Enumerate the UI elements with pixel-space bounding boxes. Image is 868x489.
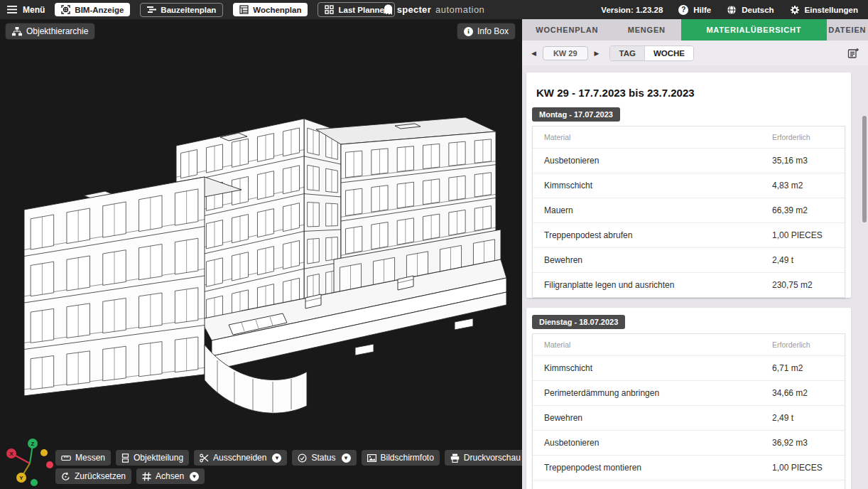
table-row: Mauern66,39 m2 <box>533 198 845 222</box>
cell-material: Kimmschicht <box>544 363 772 373</box>
cell-material: Perimeterdämmung anbringen <box>544 388 772 398</box>
material-table: MaterialErforderlichKimmschicht6,71 m2Pe… <box>532 333 845 489</box>
messen-label: Messen <box>75 453 105 463</box>
table-row: Ausbetonieren36,92 m3 <box>533 430 845 455</box>
menu-label: Menü <box>23 5 45 15</box>
top-bar: Menü BIM-Anzeige Bauzeitenplan <box>0 0 868 19</box>
svg-text:Y: Y <box>19 475 23 481</box>
header-required: Erforderlich <box>772 133 833 141</box>
svg-text:X: X <box>9 451 13 457</box>
menu-button[interactable]: Menü <box>7 5 45 15</box>
nav-label: Last Planner <box>338 6 387 14</box>
toggle-woche[interactable]: WOCHE <box>645 46 693 60</box>
nav-bauzeitenplan[interactable]: Bauzeitenplan <box>140 3 223 17</box>
druckvorschau-button[interactable]: Druckvorschau ▼ <box>445 450 522 466</box>
next-week-arrow[interactable]: ▶ <box>595 50 600 57</box>
table-header-row: MaterialErforderlich <box>533 334 845 355</box>
table-row: Kimmschicht6,71 m2 <box>533 355 845 380</box>
help-label: Hilfe <box>693 6 711 14</box>
header-material: Material <box>544 340 772 349</box>
gantt-icon <box>147 6 156 14</box>
day-badge: Montag - 17.07.2023 <box>532 107 620 122</box>
settings-button[interactable]: Einstellungen <box>790 5 858 15</box>
ausschneiden-label: Ausschneiden <box>213 453 266 463</box>
nav-bim-anzeige[interactable]: BIM-Anzeige <box>55 3 130 16</box>
achsen-label: Achsen <box>156 471 184 481</box>
zuruecksetzen-label: Zurücksetzen <box>75 471 126 481</box>
cell-material: Bewehren <box>544 255 772 265</box>
status-button[interactable]: Status ▼ <box>292 450 356 466</box>
globe-icon <box>727 5 737 15</box>
reset-rotate-icon <box>61 472 70 481</box>
cell-material: Filigranplatte legen und ausrichten <box>544 280 772 290</box>
svg-text:Z: Z <box>31 441 35 447</box>
prev-week-arrow[interactable]: ◀ <box>531 50 536 57</box>
object-hierarchy-button[interactable]: Objekthierarchie <box>6 23 94 39</box>
messen-button[interactable]: Messen <box>55 450 111 466</box>
cell-required: 2,49 t <box>772 413 833 423</box>
grid-squares-icon <box>325 5 334 14</box>
cell-material: Ausbetonieren <box>544 438 772 448</box>
cell-required: 35,16 m3 <box>772 156 833 166</box>
tab-dateien[interactable]: DATEIEN <box>827 19 868 41</box>
viewer-toolbar-row2: Zurücksetzen Achsen ▼ <box>55 468 205 484</box>
objektteilung-button[interactable]: Objektteilung <box>116 450 189 466</box>
screenshot-icon <box>367 454 376 462</box>
building-model <box>0 19 522 489</box>
tab-materialuebersicht[interactable]: MATERIALÜBERSICHT <box>681 19 827 41</box>
tab-wochenplan[interactable]: WOCHENPLAN <box>522 19 612 41</box>
cell-required: 1,00 PIECES <box>772 230 833 240</box>
table-header-row: MaterialErforderlich <box>533 127 845 148</box>
cell-material: Treppenpodest abrufen <box>544 230 772 240</box>
cell-required: 230,75 m2 <box>772 280 833 290</box>
achsen-button[interactable]: Achsen ▼ <box>136 468 205 484</box>
info-box-button[interactable]: i Info Box <box>457 23 515 39</box>
toggle-tag[interactable]: TAG <box>610 46 644 60</box>
help-button[interactable]: ? Hilfe <box>678 5 711 15</box>
nav-label: Bauzeitenplan <box>161 6 216 14</box>
table-row: Tronsolenlager und Dämmung einbauen0,47 … <box>533 480 845 489</box>
table-row: Bewehren2,49 t <box>533 405 845 430</box>
cell-required: 6,71 m2 <box>772 363 833 373</box>
ausschneiden-button[interactable]: Ausschneiden ▼ <box>194 450 287 466</box>
material-table: MaterialErforderlichAusbetonieren35,16 m… <box>532 126 845 298</box>
language-button[interactable]: Deutsch <box>727 5 774 15</box>
bildschirmfoto-button[interactable]: Bildschirmfoto <box>362 450 440 466</box>
panel-tabs: WOCHENPLAN MENGEN MATERIALÜBERSICHT DATE… <box>522 19 868 41</box>
cell-required: 34,66 m2 <box>772 388 833 398</box>
cell-required: 36,92 m3 <box>772 438 833 448</box>
achsen-dropdown-icon[interactable]: ▼ <box>190 472 199 481</box>
status-dropdown-icon[interactable]: ▼ <box>342 453 351 463</box>
objektteilung-label: Objektteilung <box>134 453 183 463</box>
viewer-toolbar-row1: Messen Objektteilung Ausschneiden ▼ Stat… <box>55 450 522 466</box>
object-hierarchy-label: Objekthierarchie <box>26 26 88 36</box>
cell-required: 4,83 m2 <box>772 181 833 190</box>
app-window: Menü BIM-Anzeige Bauzeitenplan <box>0 0 868 489</box>
axis-gizmo[interactable]: ZXY <box>3 435 54 486</box>
week-selector-button[interactable]: KW 29 <box>543 46 588 60</box>
table-row: Filigranplatte legen und ausrichten230,7… <box>533 272 845 297</box>
hamburger-menu-icon <box>7 6 17 14</box>
version-label: Version: 1.23.28 <box>601 6 663 14</box>
zuruecksetzen-button[interactable]: Zurücksetzen <box>55 468 131 484</box>
panel-scrollbar-thumb[interactable] <box>862 116 867 222</box>
ausschneiden-dropdown-icon[interactable]: ▼ <box>272 453 281 463</box>
viewer-canvas[interactable]: Objekthierarchie i Info Box ZXY <box>0 19 522 489</box>
nav-wochenplan[interactable]: Wochenplan <box>233 3 308 16</box>
cell-material: Treppenpodest montieren <box>544 463 772 473</box>
table-row: Treppenpodest montieren1,00 PIECES <box>533 455 845 480</box>
table-row: Treppenpodest abrufen1,00 PIECES <box>533 222 845 247</box>
bim-view-icon <box>61 5 70 14</box>
table-row: Bewehren2,49 t <box>533 247 845 272</box>
gear-icon <box>790 5 800 15</box>
add-note-icon[interactable] <box>847 48 859 59</box>
ghost-logo-icon <box>384 4 393 16</box>
cell-required: 1,00 PIECES <box>772 463 833 473</box>
ruler-icon <box>61 455 71 461</box>
help-icon: ? <box>678 5 688 15</box>
cell-material: Ausbetonieren <box>544 156 772 166</box>
cell-material: Bewehren <box>544 413 772 423</box>
tab-mengen[interactable]: MENGEN <box>612 19 681 41</box>
brand-name-bold: specter <box>397 4 431 15</box>
cell-required: 66,39 m2 <box>772 205 833 215</box>
